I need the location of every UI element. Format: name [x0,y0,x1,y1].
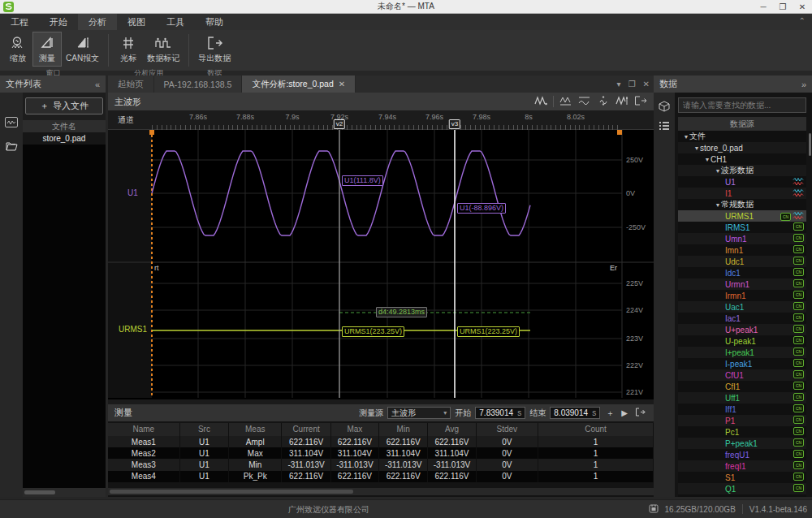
导出数据-button[interactable]: 导出数据 [194,32,235,67]
tree-item-IRMS1[interactable]: IRMS1CN [678,222,806,233]
tree-item-Uff1[interactable]: Uff1CN [678,392,806,404]
tree-item-I+peak1[interactable]: I+peak1CN [678,347,806,358]
tree-item-P+peak1[interactable]: P+peak1CN [678,438,806,449]
cursor-value-label[interactable]: U1(111.8V) [342,175,383,186]
column-header-Count[interactable]: Count [538,423,654,436]
tree-item-Udc1[interactable]: Udc1CN [678,256,806,267]
column-header-Src[interactable]: Src [180,423,229,436]
tree-item-Iac1[interactable]: Iac1CN [678,313,806,324]
数据标记-button[interactable]: 数据标记 [143,32,184,67]
run-button[interactable]: ▶ [620,408,629,417]
tree-item-Imn1[interactable]: Imn1CN [678,244,806,256]
tab-起始页[interactable]: 起始页 [108,76,154,93]
tree-item-Irmn1[interactable]: Irmn1CN [678,290,806,301]
tab-close-icon[interactable]: ✕ [339,80,345,88]
import-file-button[interactable]: ＋ 导入文件 [25,97,103,114]
menu-item-开始[interactable]: 开始 [39,14,78,31]
tree-item-CfI1[interactable]: CfI1CN [678,381,806,392]
table-row[interactable]: Meas2U1Max311.104V311.104V311.104V311.10… [108,447,654,459]
add-measure-button[interactable]: ＋ [604,408,615,419]
cursor-handle-v3[interactable]: v3 [449,119,460,129]
tree-item-U+peak1[interactable]: U+peak1CN [678,324,806,335]
tree-item-Pc1[interactable]: Pc1CN [678,426,806,438]
光标-button[interactable]: 光标 [114,32,143,67]
column-header-Meas[interactable]: Meas [229,423,282,436]
column-header-Stdev[interactable]: Stdev [477,423,539,436]
tree-item-Umn1[interactable]: Umn1CN [678,233,806,244]
menu-item-视图[interactable]: 视图 [117,14,156,31]
tree-item-CH1[interactable]: ▼CH1 [678,153,806,165]
wave-cursor-icon[interactable] [615,96,628,107]
tree-item-URMS1[interactable]: URMS1CN [678,210,806,222]
tree-item-Uac1[interactable]: Uac1CN [678,301,806,313]
table-row[interactable]: Meas1U1Ampl622.116V622.116V622.116V622.1… [108,436,654,447]
tree-expand-icon[interactable]: ▼ [715,168,721,174]
table-row[interactable]: Meas3U1Min-311.013V-311.013V-311.013V-31… [108,459,654,470]
wave-add-icon[interactable] [534,96,547,107]
collapse-panel-button[interactable]: « [95,80,100,89]
tree-item-常规数据[interactable]: ▼常规数据 [678,199,806,210]
menu-item-分析[interactable]: 分析 [78,14,117,31]
tree-expand-icon[interactable]: ▼ [693,145,700,151]
tree-item-CfU1[interactable]: CfU1CN [678,369,806,381]
tree-item-I1[interactable]: I1 [678,188,806,199]
tree-item-U1[interactable]: U1 [678,176,806,188]
list-icon[interactable] [657,119,672,132]
tree-item-波形数据[interactable]: ▼波形数据 [678,165,806,176]
table-row[interactable]: Meas4U1Pk_Pk622.116V622.116V622.116V622.… [108,471,654,482]
column-header-Name[interactable]: Name [108,423,180,436]
column-header-Avg[interactable]: Avg [428,423,476,436]
tree-item-P1[interactable]: P1CN [678,415,806,426]
cursor-value-label[interactable]: URMS1(223.25V) [342,326,404,337]
tree-item-I-peak1[interactable]: I-peak1CN [678,358,806,369]
wave-export-icon[interactable] [634,96,647,107]
wave-underline-icon[interactable] [559,96,572,107]
measure-source-dropdown[interactable]: 主波形 ▾ [387,407,451,419]
expand-panel-button[interactable]: » [801,80,806,89]
measure-table-scrollbar[interactable] [108,488,654,495]
delta-label[interactable]: d4:49.2813ms [376,307,427,317]
search-input[interactable] [678,97,806,113]
cursor-value-label[interactable]: URMS1(223.25V) [457,326,520,337]
wave-overline-icon[interactable] [578,96,591,107]
file-list-scrollbar[interactable] [23,488,106,497]
export-table-button[interactable] [633,408,647,418]
measure-start-input[interactable]: 7.839014 s [475,407,525,419]
tree-expand-icon[interactable]: ▼ [715,202,721,208]
tab-PA-192.168.138.5[interactable]: PA-192.168.138.5 [154,76,243,93]
tree-expand-icon[interactable]: ▼ [683,134,689,140]
tree-expand-icon[interactable]: ▼ [704,157,710,162]
waveform-plot[interactable]: 通道 7.86s7.88s7.9s7.92s7.94s7.96s7.98s8s8… [108,110,654,399]
measure-end-input[interactable]: 8.039014 s [550,407,600,419]
column-header-Max[interactable]: Max [331,423,379,436]
wave-fit-icon[interactable] [597,96,610,107]
测量-button[interactable]: 测量 [32,32,62,67]
restore-layout-icon[interactable]: ❐ [628,80,636,88]
menu-item-工具[interactable]: 工具 [156,14,195,31]
缩放-button[interactable]: 缩放 [3,32,32,67]
tree-item-Idc1[interactable]: Idc1CN [678,267,806,278]
file-list-item[interactable]: store_0.pad [23,132,106,145]
cursor-value-label[interactable]: U1(-88.896V) [457,203,506,214]
tree-item-Urmn1[interactable]: Urmn1CN [678,278,806,290]
tree-item-Iff1[interactable]: Iff1CN [678,404,806,415]
close-tab-group-icon[interactable]: ✕ [643,80,650,88]
tree-item-freqU1[interactable]: freqU1CN [678,449,806,460]
tree-item-Q1[interactable]: Q1CN [678,483,806,494]
menu-item-帮助[interactable]: 帮助 [195,14,234,31]
column-header-Current[interactable]: Current [282,423,330,436]
tree-item-文件[interactable]: ▼文件 [678,131,806,142]
tab-文件分析:store_0.pad[interactable]: 文件分析:store_0.pad✕ [242,76,356,93]
tree-item-store_0.pad[interactable]: ▼store_0.pad [678,142,806,153]
folder-icon[interactable] [4,140,19,153]
cursor-handle-v2[interactable]: v2 [334,119,345,129]
CAN报文-button[interactable]: CAN报文 [62,32,103,67]
tab-list-dropdown-icon[interactable]: ▾ [617,80,621,88]
cube-icon[interactable] [657,100,672,113]
tree-item-freqI1[interactable]: freqI1CN [678,460,806,472]
tree-item-U-peak1[interactable]: U-peak1CN [678,335,806,347]
ribbon-collapse-icon[interactable]: ⌃ [799,16,806,25]
waveform-view-icon[interactable] [4,115,19,128]
column-header-Min[interactable]: Min [379,423,428,436]
tree-item-S1[interactable]: S1CN [678,472,806,483]
